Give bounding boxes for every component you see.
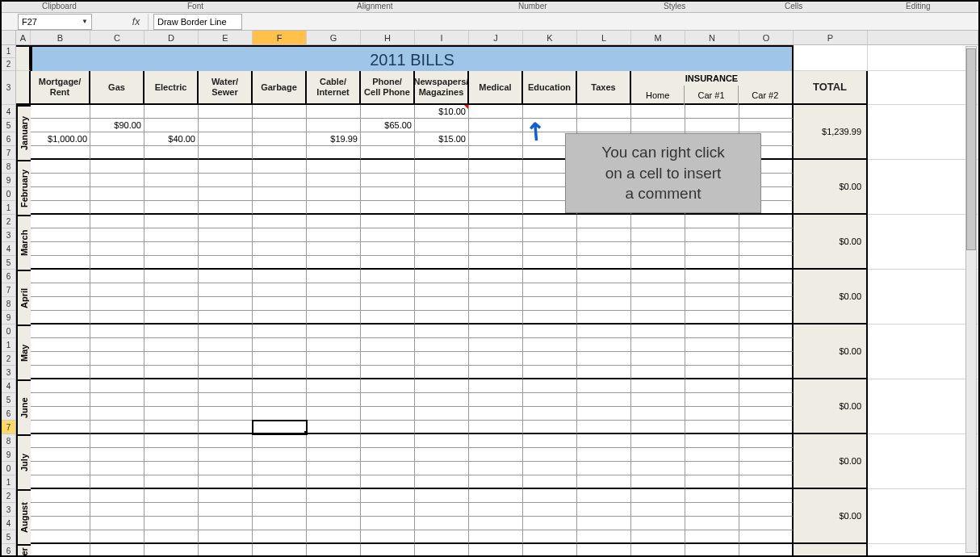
- cell[interactable]: Medical: [469, 71, 523, 105]
- data-cell[interactable]: [253, 530, 307, 544]
- data-cell[interactable]: [415, 517, 469, 530]
- data-cell[interactable]: [577, 530, 631, 544]
- data-cell[interactable]: [739, 215, 794, 228]
- data-cell[interactable]: [739, 489, 794, 503]
- data-cell[interactable]: [199, 544, 253, 557]
- data-cell[interactable]: [739, 256, 794, 270]
- data-cell[interactable]: [415, 407, 469, 421]
- data-cell[interactable]: [523, 379, 577, 393]
- data-cell[interactable]: [253, 256, 307, 270]
- data-cell[interactable]: [90, 503, 144, 517]
- data-cell[interactable]: [90, 379, 144, 393]
- data-cell[interactable]: [90, 132, 144, 146]
- data-cell[interactable]: [685, 489, 739, 503]
- data-cell[interactable]: [685, 297, 739, 311]
- data-cell[interactable]: [144, 325, 199, 338]
- data-cell[interactable]: [307, 421, 361, 434]
- data-cell[interactable]: [685, 311, 739, 325]
- data-cell[interactable]: [253, 187, 307, 201]
- data-cell[interactable]: [415, 228, 469, 242]
- data-cell[interactable]: [361, 242, 415, 256]
- data-cell[interactable]: [253, 270, 307, 283]
- cell[interactable]: Garbage: [253, 71, 307, 105]
- data-cell[interactable]: [199, 379, 253, 393]
- data-cell[interactable]: [199, 325, 253, 338]
- data-cell[interactable]: [631, 338, 685, 352]
- data-cell[interactable]: [307, 283, 361, 297]
- cell[interactable]: TOTAL: [794, 71, 868, 105]
- data-cell[interactable]: [631, 407, 685, 421]
- data-cell[interactable]: [469, 174, 523, 187]
- data-cell[interactable]: [307, 160, 361, 174]
- data-cell[interactable]: [199, 448, 253, 462]
- data-cell[interactable]: [523, 489, 577, 503]
- data-cell[interactable]: [253, 407, 307, 421]
- data-cell[interactable]: [739, 338, 794, 352]
- data-cell[interactable]: [199, 421, 253, 434]
- data-cell[interactable]: [469, 215, 523, 228]
- data-cell[interactable]: [415, 174, 469, 187]
- data-cell[interactable]: [144, 215, 199, 228]
- data-cell[interactable]: [469, 489, 523, 503]
- data-cell[interactable]: [415, 489, 469, 503]
- data-cell[interactable]: [199, 489, 253, 503]
- data-cell[interactable]: [361, 146, 415, 160]
- data-cell[interactable]: [739, 503, 794, 517]
- select-all-corner[interactable]: [2, 31, 16, 44]
- data-cell[interactable]: [685, 119, 739, 132]
- data-cell[interactable]: [307, 544, 361, 557]
- cell[interactable]: [16, 71, 31, 105]
- cell[interactable]: Education: [523, 71, 577, 105]
- data-cell[interactable]: [199, 242, 253, 256]
- cell[interactable]: Gas: [90, 71, 144, 105]
- data-cell[interactable]: [361, 338, 415, 352]
- data-cell[interactable]: [31, 379, 90, 393]
- data-cell[interactable]: [253, 215, 307, 228]
- data-cell[interactable]: [90, 352, 144, 366]
- data-cell[interactable]: [631, 544, 685, 557]
- data-cell[interactable]: $10.00: [415, 105, 469, 119]
- data-cell[interactable]: [361, 311, 415, 325]
- data-cell[interactable]: [469, 160, 523, 174]
- data-cell[interactable]: [307, 517, 361, 530]
- cell[interactable]: Mortgage/Rent: [31, 71, 90, 105]
- data-cell[interactable]: [361, 132, 415, 146]
- data-cell[interactable]: [415, 215, 469, 228]
- data-cell[interactable]: [631, 119, 685, 132]
- data-cell[interactable]: [469, 462, 523, 475]
- total-cell[interactable]: $0.00: [794, 379, 868, 434]
- data-cell[interactable]: [631, 530, 685, 544]
- data-cell[interactable]: [361, 366, 415, 379]
- data-cell[interactable]: [144, 517, 199, 530]
- data-cell[interactable]: [469, 475, 523, 489]
- data-cell[interactable]: [307, 352, 361, 366]
- data-cell[interactable]: [144, 421, 199, 434]
- data-cell[interactable]: [199, 119, 253, 132]
- data-cell[interactable]: [415, 475, 469, 489]
- data-cell[interactable]: [199, 366, 253, 379]
- cell[interactable]: Water/Sewer: [199, 71, 253, 105]
- data-cell[interactable]: [361, 434, 415, 448]
- data-cell[interactable]: [577, 215, 631, 228]
- cell[interactable]: Taxes: [577, 71, 631, 105]
- data-cell[interactable]: [523, 421, 577, 434]
- data-cell[interactable]: [199, 530, 253, 544]
- data-cell[interactable]: [199, 215, 253, 228]
- data-cell[interactable]: [144, 283, 199, 297]
- data-cell[interactable]: [523, 228, 577, 242]
- data-cell[interactable]: [523, 283, 577, 297]
- data-cell[interactable]: [469, 201, 523, 215]
- data-cell[interactable]: [361, 475, 415, 489]
- cell[interactable]: Electric: [144, 71, 199, 105]
- data-cell[interactable]: [31, 517, 90, 530]
- data-cell[interactable]: [361, 228, 415, 242]
- data-cell[interactable]: [631, 421, 685, 434]
- data-cell[interactable]: [577, 270, 631, 283]
- data-cell[interactable]: [31, 448, 90, 462]
- data-cell[interactable]: [415, 462, 469, 475]
- data-cell[interactable]: [253, 325, 307, 338]
- data-cell[interactable]: [144, 489, 199, 503]
- data-cell[interactable]: [307, 215, 361, 228]
- data-cell[interactable]: [307, 146, 361, 160]
- data-cell[interactable]: [31, 393, 90, 407]
